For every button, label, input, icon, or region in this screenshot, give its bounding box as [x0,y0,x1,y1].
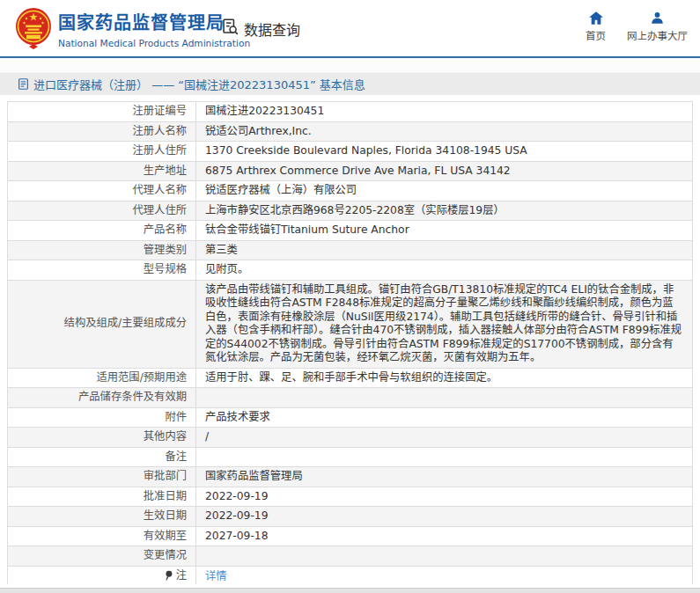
field-label: 注册证编号 [8,102,196,122]
field-label: 注册人名称 [8,121,196,142]
field-value: 6875 Arthrex Commerce Drive Ave Maria, F… [196,161,693,181]
field-label: 生产地址 [8,161,196,181]
field-label: 变更情况 [8,546,196,567]
table-row: 代理人住所上海市静安区北京西路968号2205-2208室（实际楼层19层） [8,201,693,221]
field-label: 代理人名称 [8,181,196,201]
field-value: 2022-09-19 [196,487,693,507]
field-value: / [196,428,693,448]
field-label: 审批部门 [8,467,196,487]
table-row: 生产地址6875 Arthrex Commerce Drive Ave Mari… [8,161,693,181]
table-row: 备注 [8,447,693,467]
table-row: 结构及组成/主要组成成分该产品由带线锚钉和辅助工具组成。锚钉由符合GB/T138… [8,280,693,368]
national-emblem-icon [15,7,52,49]
field-value: 该产品由带线锚钉和辅助工具组成。锚钉由符合GB/T13810标准规定的TC4 E… [196,280,693,368]
table-row: 附件产品技术要求 [8,407,693,428]
field-value: 锐适公司Arthrex,Inc. [196,121,693,142]
field-label: 产品储存条件及有效期 [8,388,196,408]
top-nav: 首页 网上办事大厅 [586,11,688,42]
document-search-icon [221,18,239,40]
field-value: 国家药品监督管理局 [196,467,693,487]
data-query-label: 数据查询 [244,18,300,40]
field-value: 1370 Creekside Boulevard Naples, Florida… [196,142,693,162]
page: 国家药品监督管理局 National Medical Products Admi… [0,0,700,593]
table-row: 产品储存条件及有效期 [8,388,693,408]
field-value: 2027-09-18 [196,526,693,546]
field-label: 结构及组成/主要组成成分 [8,280,196,368]
table-row: 有效期至2027-09-18 [8,526,693,546]
field-value: 第三类 [196,240,693,260]
field-value: 适用于肘、踝、足、腕和手部手术中骨与软组织的连接固定。 [196,368,693,388]
field-label: 附件 [8,407,196,428]
field-value [196,388,693,408]
table-row: 生效日期2022-09-19 [8,507,693,527]
field-label: 产品名称 [8,221,196,241]
table-row: 适用范围/预期用途适用于肘、踝、足、腕和手部手术中骨与软组织的连接固定。 [8,368,693,388]
field-label: 注 [8,566,196,584]
header-gap [0,58,700,72]
table-row: 型号规格见附页。 [8,260,693,281]
detail-link[interactable]: 详情 [205,570,227,582]
table-row: 注详情 [8,566,693,584]
table-row: 产品名称钛合金带线锚钉Titanium Suture Anchor [8,221,693,241]
main-content: 注册证编号国械注进20223130451注册人名称锐适公司Arthrex,Inc… [0,95,700,584]
field-label: 生效日期 [8,507,196,527]
table-row: 审批部门国家药品监督管理局 [8,467,693,487]
page-footer [0,588,700,593]
field-value [196,546,693,567]
table-row: 变更情况 [8,546,693,567]
table-row: 注册人名称锐适公司Arthrex,Inc. [8,121,693,142]
home-icon [589,11,603,25]
field-label: 型号规格 [8,260,196,281]
field-value: 见附页。 [196,260,693,281]
field-value: 钛合金带线锚钉Titanium Suture Anchor [196,221,693,241]
table-row: 批准日期2022-09-19 [8,487,693,507]
breadcrumb: 进口医疗器械（注册） —— “国械注进20223130451” 基本信息 [0,72,700,95]
field-value: 产品技术要求 [196,407,693,428]
field-label: 备注 [8,447,196,467]
field-value: 国械注进20223130451 [196,102,693,122]
field-label: 适用范围/预期用途 [8,368,196,388]
table-row: 其他内容/ [8,428,693,448]
field-value: 2022-09-19 [196,507,693,527]
field-value: 锐适医疗器械（上海）有限公司 [196,181,693,201]
field-label: 批准日期 [8,487,196,507]
data-query-button[interactable]: 数据查询 [221,18,300,40]
field-label: 注册人住所 [8,142,196,162]
site-header: 国家药品监督管理局 National Medical Products Admi… [0,0,700,56]
nav-home-label: 首页 [586,28,606,42]
field-label: 代理人住所 [8,201,196,221]
info-table: 注册证编号国械注进20223130451注册人名称锐适公司Arthrex,Inc… [7,101,693,584]
table-row: 代理人名称锐适医疗器械（上海）有限公司 [8,181,693,201]
nav-service-hall[interactable]: 网上办事大厅 [627,11,688,42]
table-row: 注册人住所1370 Creekside Boulevard Naples, Fl… [8,142,693,162]
field-value: 上海市静安区北京西路968号2205-2208室（实际楼层19层） [196,201,693,221]
nav-service-hall-label: 网上办事大厅 [627,28,688,42]
table-row: 管理类别第三类 [8,240,693,260]
breadcrumb-title: 进口医疗器械（注册） —— “国械注进20223130451” 基本信息 [33,76,365,92]
table-row: 注册证编号国械注进20223130451 [8,102,693,122]
field-value [196,447,693,467]
field-label: 有效期至 [8,526,196,546]
person-icon [651,11,664,25]
field-label: 其他内容 [8,428,196,448]
nav-home[interactable]: 首页 [586,11,606,42]
field-value: 详情 [196,566,693,584]
field-label: 管理类别 [8,240,196,260]
note-pin-icon [164,570,173,585]
document-icon [18,78,28,90]
info-table-body: 注册证编号国械注进20223130451注册人名称锐适公司Arthrex,Inc… [8,102,693,585]
